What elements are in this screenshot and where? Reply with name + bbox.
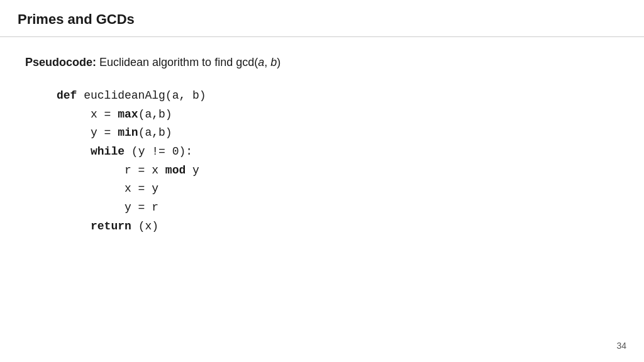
kw-min: min [118, 126, 138, 139]
kw-max: max [118, 108, 138, 121]
code-line-5: r = x mod y [57, 162, 619, 180]
page-number: 34 [616, 341, 626, 351]
code-line-8-rest: (x) [131, 220, 158, 233]
code-line-3-rest: (a,b) [138, 126, 172, 139]
code-line-7: y = r [57, 199, 619, 217]
kw-return: return [57, 220, 131, 233]
kw-while: while [57, 145, 125, 158]
kw-def: def [57, 89, 77, 102]
code-line-4: while (y != 0): [57, 143, 619, 162]
main-content: Pseudocode: Euclidean algorithm to find … [0, 37, 644, 249]
label-rest: Euclidean algorithm to find gcd( [96, 56, 258, 69]
code-line-2: x = max(a,b) [57, 106, 619, 124]
close-paren: ) [277, 56, 280, 69]
code-line-2-rest: (a,b) [138, 108, 172, 121]
slide-header: Primes and GCDs [0, 0, 644, 37]
code-line-1: def euclideanAlg(a, b) [57, 87, 619, 106]
code-line-8: return (x) [57, 217, 619, 236]
code-line-5-rest: y [186, 164, 199, 177]
code-block: def euclideanAlg(a, b) x = max(a,b) y = … [57, 87, 619, 236]
param-a: a [258, 56, 264, 69]
kw-mod: mod [165, 164, 186, 177]
code-line-1-rest: euclideanAlg(a, b) [77, 89, 206, 102]
code-line-3-pre: y = [57, 126, 118, 139]
pseudocode-label: Pseudocode: Euclidean algorithm to find … [25, 56, 619, 69]
code-line-6: x = y [57, 180, 619, 199]
slide-title: Primes and GCDs [18, 11, 135, 27]
code-line-2-pre: x = [57, 108, 118, 121]
code-line-3: y = min(a,b) [57, 124, 619, 143]
code-line-5-pre: r = x [57, 164, 165, 177]
code-line-4-rest: (y != 0): [125, 145, 192, 158]
comma: , [264, 56, 270, 69]
label-bold: Pseudocode: [25, 56, 96, 69]
param-b: b [270, 56, 277, 69]
